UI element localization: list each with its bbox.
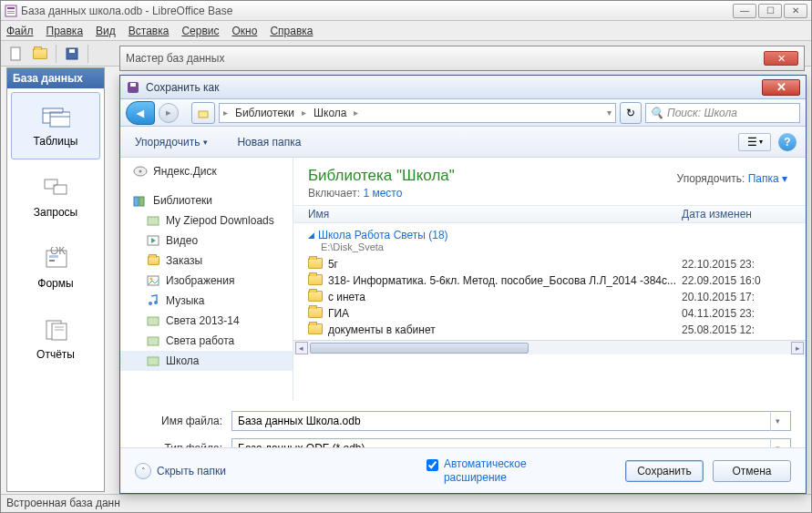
sort-link[interactable]: Папка ▾: [748, 172, 787, 185]
dialog-titlebar: Сохранить как ✕: [120, 76, 806, 99]
hide-folders-toggle[interactable]: ˄ Скрыть папки: [135, 463, 226, 479]
breadcrumb-libraries[interactable]: Библиотеки: [230, 105, 300, 121]
svg-point-35: [154, 301, 158, 304]
tree-yandex-disk[interactable]: Яндекс.Диск: [120, 161, 293, 181]
tree-item[interactable]: Музыка: [120, 291, 293, 311]
scroll-thumb[interactable]: [310, 343, 529, 354]
tree-item[interactable]: My Ziepod Downloads: [120, 210, 293, 231]
file-row[interactable]: 318- Информатика. 5-6кл. Метод. пособие_…: [293, 272, 806, 289]
breadcrumb[interactable]: ▸ Библиотеки ▸ Школа ▸ ▾: [219, 103, 616, 123]
includes-link[interactable]: 1 место: [363, 187, 402, 200]
side-reports[interactable]: Отчёты: [11, 305, 100, 373]
side-tables[interactable]: Таблицы: [11, 92, 100, 159]
dialog-close-button[interactable]: ✕: [762, 79, 800, 96]
view-mode-button[interactable]: ☰▾: [738, 133, 771, 151]
filename-label: Имя файла:: [135, 415, 231, 427]
tree-item[interactable]: Изображения: [120, 271, 293, 291]
nav-up-button[interactable]: [191, 102, 215, 124]
dialog-icon: [126, 80, 140, 95]
svg-rect-12: [54, 185, 67, 194]
folder-icon: [146, 354, 160, 368]
col-date[interactable]: Дата изменен: [682, 208, 791, 221]
close-button[interactable]: ✕: [784, 4, 807, 18]
nav-back-button[interactable]: ◄: [126, 101, 155, 125]
file-row[interactable]: с инета20.10.2015 17:: [293, 289, 806, 305]
column-headers[interactable]: Имя Дата изменен: [293, 205, 806, 223]
filename-input[interactable]: База данных Школа.odb▾: [231, 411, 791, 431]
tree-item[interactable]: Света 2013-14: [120, 311, 293, 331]
side-reports-label: Отчёты: [36, 348, 75, 361]
scroll-left-icon[interactable]: ◂: [295, 342, 308, 354]
group-path: E:\Disk_Sveta: [308, 241, 791, 252]
search-input[interactable]: 🔍 Поиск: Школа: [645, 103, 800, 123]
auto-extension-checkbox[interactable]: Автоматическое расширение: [427, 457, 553, 484]
svg-point-34: [149, 302, 152, 305]
svg-rect-37: [148, 337, 159, 345]
tree-item[interactable]: Видео: [120, 231, 293, 251]
library-header: Библиотека "Школа" Включает: 1 место Упо…: [293, 158, 806, 205]
chevron-icon: ▸: [223, 108, 228, 118]
folder-icon: [308, 274, 323, 287]
tree-item[interactable]: Заказы: [120, 251, 293, 271]
menu-tools[interactable]: Сервис: [181, 25, 219, 37]
menu-help[interactable]: Справка: [270, 25, 313, 37]
side-queries[interactable]: Запросы: [11, 163, 100, 231]
tables-icon: [41, 104, 70, 129]
file-group: ◢ Школа Работа Светы (18) E:\Disk_Sveta: [293, 223, 806, 254]
folder-icon: [146, 213, 160, 228]
scroll-right-icon[interactable]: ▸: [791, 342, 804, 354]
svg-rect-24: [199, 111, 208, 118]
wizard-close-button[interactable]: ✕: [764, 51, 798, 66]
tb-save-icon[interactable]: [62, 44, 82, 64]
folder-icon: [146, 333, 160, 348]
svg-rect-6: [69, 49, 75, 53]
side-forms-label: Формы: [37, 277, 73, 290]
svg-rect-1: [7, 7, 15, 9]
svg-rect-3: [7, 13, 15, 14]
tree-item-selected[interactable]: Школа: [120, 351, 293, 371]
breadcrumb-school[interactable]: Школа: [308, 105, 352, 121]
file-row[interactable]: документы в кабинет25.08.2015 12:: [293, 322, 806, 338]
menu-view[interactable]: Вид: [96, 25, 116, 37]
queries-icon: [41, 175, 70, 200]
svg-point-26: [139, 170, 142, 173]
menu-edit[interactable]: Правка: [46, 25, 84, 37]
minimize-button[interactable]: —: [733, 4, 756, 18]
save-button[interactable]: Сохранить: [625, 460, 704, 482]
file-row[interactable]: 5г22.10.2015 23:: [293, 256, 806, 272]
menu-window[interactable]: Окно: [231, 25, 257, 37]
tb-open-icon[interactable]: [30, 44, 50, 64]
dialog-toolbar: Упорядочить ▾ Новая папка ☰▾ ?: [120, 127, 806, 158]
new-folder-button[interactable]: Новая папка: [231, 132, 306, 152]
file-row[interactable]: ГИА04.11.2015 23:: [293, 305, 806, 322]
dropdown-icon[interactable]: ▾: [607, 108, 612, 118]
auto-ext-check[interactable]: [427, 459, 438, 471]
dropdown-icon[interactable]: ▾: [770, 411, 785, 431]
tb-new-icon[interactable]: [6, 44, 26, 64]
library-sort: Упорядочить: Папка ▾: [677, 172, 787, 185]
horizontal-scrollbar[interactable]: ◂ ▸: [293, 340, 806, 354]
svg-rect-8: [50, 112, 70, 127]
menubar: Файл Правка Вид Вставка Сервис Окно Спра…: [1, 21, 811, 41]
svg-point-33: [150, 278, 153, 281]
organize-button[interactable]: Упорядочить ▾: [129, 132, 213, 152]
tree-libraries[interactable]: Библиотеки: [120, 190, 293, 210]
group-header[interactable]: ◢ Школа Работа Светы (18): [308, 229, 791, 241]
chevron-icon: ▸: [302, 108, 306, 118]
svg-rect-28: [139, 197, 144, 206]
cancel-button[interactable]: Отмена: [713, 460, 791, 482]
refresh-button[interactable]: ↻: [620, 102, 642, 124]
menu-insert[interactable]: Вставка: [128, 25, 170, 37]
folder-icon: [308, 258, 323, 271]
nav-forward-button[interactable]: ▸: [159, 103, 179, 123]
maximize-button[interactable]: ☐: [758, 4, 782, 18]
svg-rect-29: [148, 217, 159, 225]
menu-file[interactable]: Файл: [6, 25, 34, 37]
filename-row: Имя файла: База данных Школа.odb▾: [135, 411, 791, 431]
side-forms[interactable]: OK Формы: [11, 234, 100, 302]
reports-icon: [41, 317, 70, 343]
col-name[interactable]: Имя: [308, 208, 682, 221]
tree-item[interactable]: Света работа: [120, 331, 293, 351]
svg-rect-19: [52, 323, 67, 340]
help-button[interactable]: ?: [778, 133, 797, 151]
